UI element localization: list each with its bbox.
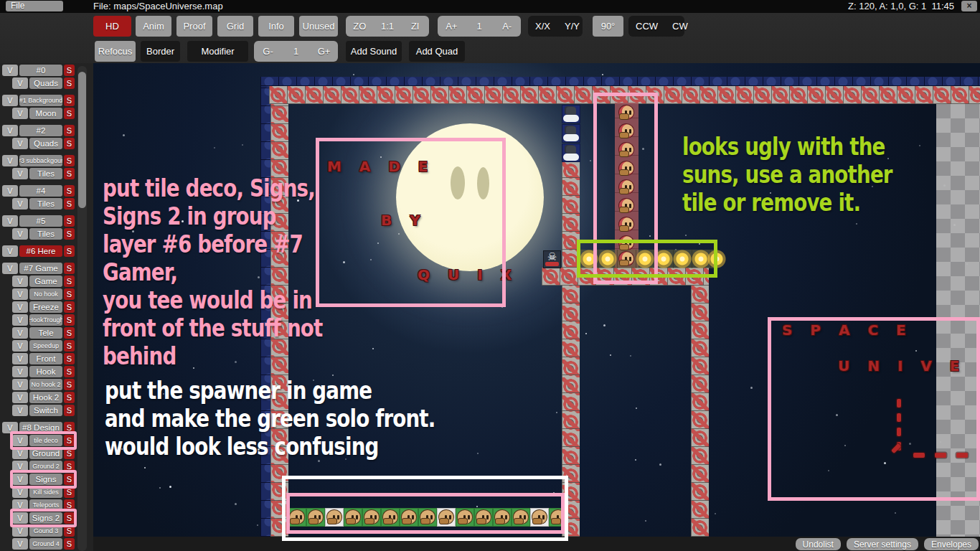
layer-row[interactable]: V#8 DesignS [2, 422, 75, 433]
layer-solo-button[interactable]: S [64, 276, 75, 287]
layer-label[interactable]: Game [29, 276, 62, 287]
layer-solo-button[interactable]: S [64, 95, 75, 106]
layer-visible-toggle[interactable]: V [12, 353, 28, 364]
layer-label[interactable]: Front [29, 353, 62, 364]
info-button[interactable]: Info [258, 16, 294, 37]
layer-visible-toggle[interactable]: V [12, 198, 28, 209]
layer-row[interactable]: VTilesS [12, 198, 75, 209]
layer-label[interactable]: #4 [19, 185, 62, 197]
layer-solo-button[interactable]: S [64, 185, 75, 197]
layer-label[interactable]: Kill sides [29, 486, 62, 498]
layer-solo-button[interactable]: S [64, 499, 75, 511]
layer-label[interactable]: #2 [19, 125, 62, 136]
layer-visible-toggle[interactable]: V [12, 379, 28, 390]
layer-visible-toggle[interactable]: V [12, 314, 28, 326]
layer-solo-button[interactable]: S [64, 215, 75, 227]
layer-row[interactable]: V#3 subbackgounS [2, 155, 75, 166]
layer-label[interactable]: No hook [29, 288, 62, 300]
add-sound-button[interactable]: Add Sound [346, 41, 402, 62]
layer-row[interactable]: VTeleS [12, 327, 75, 339]
layer-solo-button[interactable]: S [64, 392, 75, 403]
layer-solo-button[interactable]: S [64, 301, 75, 313]
layer-row[interactable]: V#6 HereS [2, 245, 75, 257]
sidebar-scrollbar-handle[interactable] [78, 72, 86, 208]
layer-row[interactable]: VMoonS [12, 108, 75, 119]
layer-label[interactable]: #7 Game [19, 263, 62, 274]
layer-visible-toggle[interactable]: V [12, 405, 28, 416]
layer-solo-button[interactable]: S [64, 263, 75, 274]
layer-solo-button[interactable]: S [64, 525, 75, 537]
layer-solo-button[interactable]: S [64, 288, 75, 300]
layer-label[interactable]: #8 Design [19, 422, 62, 433]
layer-label[interactable]: Ground 2 [29, 461, 62, 472]
layer-solo-button[interactable]: S [64, 474, 75, 485]
layer-solo-button[interactable]: S [64, 366, 75, 377]
layer-label[interactable]: Tiles [29, 198, 62, 209]
layer-row[interactable]: VQuadsS [12, 77, 75, 89]
layer-row[interactable]: VTeleportsS [12, 499, 75, 511]
layer-visible-toggle[interactable]: V [12, 512, 28, 524]
close-icon[interactable]: × [961, 1, 977, 11]
layer-label[interactable]: #6 Here [19, 245, 62, 257]
zoom-reset-button[interactable]: 1:1 [374, 16, 402, 37]
layer-label[interactable]: #5 [19, 215, 62, 227]
layer-solo-button[interactable]: S [64, 405, 75, 416]
layer-visible-toggle[interactable]: V [12, 276, 28, 287]
layer-label[interactable]: Hook 2 [29, 392, 62, 403]
layer-row[interactable]: VTilesS [12, 228, 75, 240]
undolist-button[interactable]: Undolist [796, 538, 841, 550]
layer-visible-toggle[interactable]: V [12, 486, 28, 498]
layer-solo-button[interactable]: S [64, 314, 75, 326]
layer-visible-toggle[interactable]: V [12, 108, 28, 119]
layer-label[interactable]: Signs [29, 474, 62, 485]
layer-solo-button[interactable]: S [64, 538, 75, 550]
layer-label[interactable]: Quads [29, 138, 62, 149]
layer-solo-button[interactable]: S [64, 198, 75, 209]
layer-row[interactable]: VHook 2S [12, 392, 75, 403]
layer-label[interactable]: Tele [29, 327, 62, 339]
layer-solo-button[interactable]: S [64, 168, 75, 179]
flip-x-button[interactable]: X/X [528, 16, 557, 37]
layer-visible-toggle[interactable]: V [12, 448, 28, 459]
layer-visible-toggle[interactable]: V [2, 95, 18, 106]
layer-visible-toggle[interactable]: V [12, 340, 28, 352]
layer-solo-button[interactable]: S [64, 65, 75, 76]
layer-label[interactable]: #0 [19, 65, 62, 76]
layer-row[interactable]: VGound 3S [12, 525, 75, 537]
anim-faster-button[interactable]: A+ [438, 16, 466, 37]
layer-row[interactable]: VKill sidesS [12, 486, 75, 498]
layer-label[interactable]: #1 Background [19, 95, 62, 106]
layer-row[interactable]: VSpeedupS [12, 340, 75, 352]
layer-row[interactable]: VFreezeS [12, 301, 75, 313]
flip-y-button[interactable]: Y/Y [557, 16, 587, 37]
envelopes-button[interactable]: Envelopes [924, 538, 979, 550]
layer-row[interactable]: V#7 GameS [2, 263, 75, 274]
layer-visible-toggle[interactable]: V [2, 155, 18, 166]
layer-row[interactable]: VGround 4S [12, 538, 75, 550]
layer-row[interactable]: VGround 2S [12, 461, 75, 472]
layer-row[interactable]: VNo hookS [12, 288, 75, 300]
zoom-in-button[interactable]: ZI [401, 16, 429, 37]
layer-visible-toggle[interactable]: V [12, 435, 28, 446]
hd-button[interactable]: HD [93, 16, 131, 37]
layer-label[interactable]: Freeze [29, 301, 62, 313]
layer-solo-button[interactable]: S [64, 77, 75, 89]
layer-label[interactable]: Tiles [29, 168, 62, 179]
map-canvas[interactable]: ☠ M A D E B Y Q U I X S P A C E U N I V … [93, 63, 980, 551]
layer-visible-toggle[interactable]: V [2, 245, 18, 257]
layer-visible-toggle[interactable]: V [2, 65, 18, 76]
layer-visible-toggle[interactable]: V [12, 288, 28, 300]
layer-solo-button[interactable]: S [64, 228, 75, 240]
layer-row[interactable]: VSignsS [12, 474, 75, 485]
layer-row[interactable]: V#5S [2, 215, 75, 227]
layer-visible-toggle[interactable]: V [12, 525, 28, 537]
layer-label[interactable]: Gound 3 [29, 525, 62, 537]
layer-row[interactable]: VSwitchS [12, 405, 75, 416]
layer-label[interactable]: Hook [29, 366, 62, 377]
layer-visible-toggle[interactable]: V [2, 215, 18, 227]
layer-solo-button[interactable]: S [64, 245, 75, 257]
border-button[interactable]: Border [141, 41, 180, 62]
layer-visible-toggle[interactable]: V [12, 461, 28, 472]
layer-visible-toggle[interactable]: V [2, 263, 18, 274]
layer-visible-toggle[interactable]: V [12, 392, 28, 403]
